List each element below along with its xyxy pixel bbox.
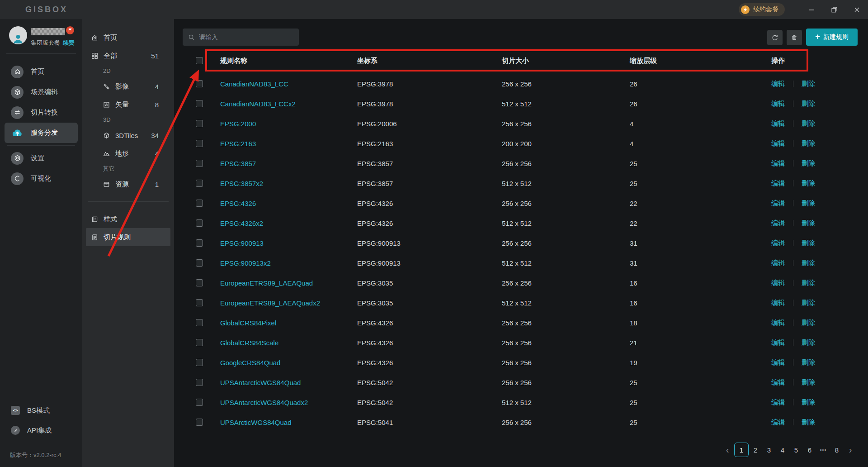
edit-link[interactable]: 编辑 [771, 159, 785, 168]
row-checkbox[interactable] [196, 120, 203, 127]
search-input[interactable] [199, 33, 293, 41]
row-checkbox[interactable] [196, 160, 203, 167]
row-checkbox[interactable] [196, 339, 203, 346]
catalog-item-resources[interactable]: 资源 1 [82, 175, 174, 193]
edit-link[interactable]: 编辑 [771, 199, 785, 208]
row-checkbox[interactable] [196, 319, 203, 326]
delete-link[interactable]: 删除 [802, 398, 815, 407]
catalog-item-terrain[interactable]: 地形 4 [82, 144, 174, 162]
rule-name-link[interactable]: UPSArcticWGS84Quad [220, 419, 357, 426]
row-checkbox[interactable] [196, 200, 203, 207]
edit-link[interactable]: 编辑 [771, 259, 785, 267]
edit-link[interactable]: 编辑 [771, 299, 785, 307]
rule-name-link[interactable]: CanadianNAD83_LCC [220, 80, 357, 88]
page-button-5[interactable]: 5 [789, 443, 803, 457]
row-checkbox[interactable] [196, 219, 203, 227]
page-ellipsis[interactable]: ••• [816, 443, 830, 457]
edit-link[interactable]: 编辑 [771, 398, 785, 407]
rule-name-link[interactable]: GlobalCRS84Pixel [220, 319, 357, 327]
rule-name-link[interactable]: EuropeanETRS89_LAEAQuadx2 [220, 299, 357, 307]
rule-name-link[interactable]: EPSG:4326x2 [220, 219, 357, 227]
delete-link[interactable]: 删除 [802, 378, 815, 387]
rule-name-link[interactable]: EPSG:900913x2 [220, 259, 357, 267]
tool-item-api-integration[interactable]: API集成 [0, 420, 82, 440]
edit-link[interactable]: 编辑 [771, 100, 785, 108]
rule-name-link[interactable]: UPSAntarcticWGS84Quad [220, 379, 357, 386]
rule-name-link[interactable]: EPSG:4326 [220, 200, 357, 207]
refresh-button[interactable] [767, 30, 783, 45]
row-checkbox[interactable] [196, 80, 203, 87]
edit-link[interactable]: 编辑 [771, 338, 785, 347]
nav-item-settings[interactable]: 设置 [5, 148, 78, 168]
delete-link[interactable]: 删除 [802, 259, 815, 267]
row-checkbox[interactable] [196, 259, 203, 267]
delete-link[interactable]: 删除 [802, 159, 815, 168]
rule-name-link[interactable]: EPSG:3857x2 [220, 180, 357, 187]
edit-link[interactable]: 编辑 [771, 219, 785, 228]
edit-link[interactable]: 编辑 [771, 319, 785, 327]
row-checkbox[interactable] [196, 180, 203, 187]
delete-link[interactable]: 删除 [802, 319, 815, 327]
rule-name-link[interactable]: EPSG:3857 [220, 160, 357, 167]
edit-link[interactable]: 编辑 [771, 179, 785, 188]
nav-item-visualization[interactable]: 可视化 [5, 168, 78, 189]
delete-link[interactable]: 删除 [802, 139, 815, 148]
renew-plan-button[interactable]: 续约套餐 [739, 3, 785, 16]
user-card[interactable]: 集团版套餐续费 [0, 19, 82, 53]
edit-link[interactable]: 编辑 [771, 279, 785, 287]
row-checkbox[interactable] [196, 140, 203, 147]
page-button-4[interactable]: 4 [776, 443, 789, 457]
row-checkbox[interactable] [196, 299, 203, 306]
delete-link[interactable]: 删除 [802, 80, 815, 88]
nav-item-home[interactable]: 首页 [5, 62, 78, 82]
restore-button[interactable] [823, 0, 845, 19]
edit-link[interactable]: 编辑 [771, 80, 785, 88]
select-all-checkbox[interactable] [196, 57, 203, 64]
rule-name-link[interactable]: EuropeanETRS89_LAEAQuad [220, 279, 357, 287]
catalog-item-tile-rules[interactable]: 切片规则 [86, 228, 170, 246]
rule-name-link[interactable]: EPSG:900913 [220, 239, 357, 247]
page-button-8[interactable]: 8 [830, 443, 844, 457]
tool-item-bs-mode[interactable]: <> BS模式 [0, 400, 82, 420]
row-checkbox[interactable] [196, 359, 203, 366]
catalog-item-home[interactable]: 首页 [82, 29, 174, 47]
delete-link[interactable]: 删除 [802, 239, 815, 248]
rule-name-link[interactable]: EPSG:2000 [220, 120, 357, 128]
nav-item-service-publish[interactable]: 服务分发 [5, 123, 78, 143]
catalog-item-vector[interactable]: 矢量 8 [82, 95, 174, 114]
page-button-1[interactable]: 1 [734, 443, 749, 457]
catalog-item-all[interactable]: 全部 51 [82, 47, 174, 65]
edit-link[interactable]: 编辑 [771, 119, 785, 128]
edit-link[interactable]: 编辑 [771, 358, 785, 367]
delete-link[interactable]: 删除 [802, 199, 815, 208]
minimize-button[interactable] [800, 0, 823, 19]
delete-selected-button[interactable] [787, 30, 802, 45]
rule-name-link[interactable]: GoogleCRS84Quad [220, 359, 357, 367]
delete-link[interactable]: 删除 [802, 338, 815, 347]
page-button-3[interactable]: 3 [762, 443, 776, 457]
catalog-item-3dtiles[interactable]: 3DTiles 34 [82, 126, 174, 144]
delete-link[interactable]: 删除 [802, 119, 815, 128]
row-checkbox[interactable] [196, 239, 203, 247]
nav-item-tile-convert[interactable]: 切片转换 [5, 102, 78, 123]
search-box[interactable] [183, 29, 299, 46]
new-rule-button[interactable]: + 新建规则 [806, 29, 858, 46]
delete-link[interactable]: 删除 [802, 358, 815, 367]
delete-link[interactable]: 删除 [802, 299, 815, 307]
row-checkbox[interactable] [196, 419, 203, 426]
edit-link[interactable]: 编辑 [771, 378, 785, 387]
rule-name-link[interactable]: GlobalCRS84Scale [220, 339, 357, 347]
catalog-item-styles[interactable]: 样式 [82, 210, 174, 228]
delete-link[interactable]: 删除 [802, 279, 815, 287]
prev-page-button[interactable]: ‹ [721, 443, 734, 457]
rule-name-link[interactable]: EPSG:2163 [220, 140, 357, 148]
delete-link[interactable]: 删除 [802, 418, 815, 427]
page-button-6[interactable]: 6 [803, 443, 816, 457]
delete-link[interactable]: 删除 [802, 219, 815, 228]
row-checkbox[interactable] [196, 279, 203, 286]
row-checkbox[interactable] [196, 100, 203, 107]
row-checkbox[interactable] [196, 379, 203, 386]
renew-link[interactable]: 续费 [63, 39, 75, 46]
close-button[interactable] [845, 0, 868, 19]
page-button-2[interactable]: 2 [749, 443, 762, 457]
